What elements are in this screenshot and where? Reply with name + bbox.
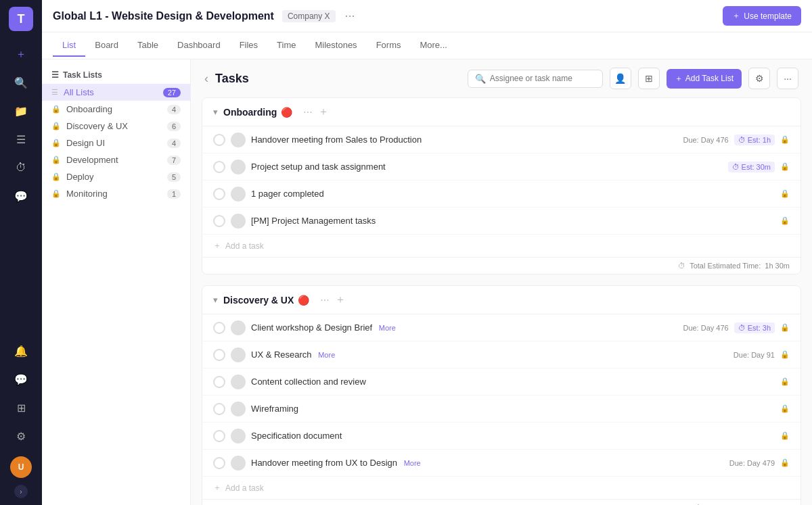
onboarding-options-btn[interactable]: ··· [303,106,312,118]
task-name[interactable]: Content collection and review [251,377,775,387]
add-task-icon: ＋ [213,240,221,251]
task-complete-circle[interactable] [213,430,225,442]
task-avatar [231,456,246,471]
tab-more[interactable]: More... [410,34,456,57]
more-tag[interactable]: More [404,459,421,467]
task-name[interactable]: 1 pager completed [251,189,775,199]
sidebar-icon-search[interactable]: 🔍 [9,70,33,95]
discovery-add-btn[interactable]: ＋ [335,293,346,307]
more-tag[interactable]: More [318,351,335,359]
task-complete-circle[interactable] [213,215,225,227]
sidebar-icon-notifications[interactable]: 🔔 [9,339,33,363]
tab-dashboard[interactable]: Dashboard [168,34,230,57]
task-est: ⏱ Est: 3h [734,322,775,333]
filter-btn[interactable]: ⚙ [748,68,770,89]
collapse-onboarding-btn[interactable]: ▾ [213,107,218,117]
back-button[interactable]: ‹ [204,72,208,86]
more-options-btn[interactable]: ··· [777,68,798,89]
sidebar-item-discovery[interactable]: 🔒 Discovery & UX 6 [42,118,190,135]
task-avatar [231,347,246,362]
task-lock-icon: 🔒 [780,431,790,440]
main-wrapper: Global L1 - Website Design & Development… [42,0,812,505]
tab-forms[interactable]: Forms [367,34,411,57]
collapse-discovery-btn[interactable]: ▾ [213,295,218,305]
task-avatar [231,133,246,147]
task-avatar [231,375,246,389]
sidebar-icon-files[interactable]: 📁 [9,99,33,123]
task-name[interactable]: UX & Research More [251,350,728,360]
tab-milestones[interactable]: Milestones [305,34,366,57]
task-name[interactable]: [PM] Project Management tasks [251,216,775,226]
task-name[interactable]: Specification document [251,431,775,441]
task-name[interactable]: Project setup and task assignment [251,162,723,172]
task-complete-circle[interactable] [213,376,225,388]
task-complete-circle[interactable] [213,161,225,173]
app-logo[interactable]: T [9,7,33,31]
sidebar-icon-timer[interactable]: ⏱ [9,155,33,180]
all-lists-icon: ☰ [51,88,58,97]
search-icon: 🔍 [475,74,486,84]
sidebar-item-deploy[interactable]: 🔒 Deploy 5 [42,168,190,185]
task-lock-icon: 🔒 [780,404,790,413]
add-task-list-label: Add Task List [685,74,734,83]
design-ui-count: 4 [167,139,181,148]
task-name[interactable]: Handover meeting from UX to Design More [251,458,724,468]
task-lock-icon: 🔒 [780,135,790,144]
task-name[interactable]: Handover meeting from Sales to Productio… [251,135,677,145]
task-complete-circle[interactable] [213,134,225,146]
sidebar-icon-lists[interactable]: ☰ [9,127,33,151]
user-avatar[interactable]: U [10,456,32,478]
tab-list[interactable]: List [53,34,85,57]
sidebar-item-onboarding[interactable]: 🔒 Onboarding 4 [42,101,190,118]
sidebar-item-label: Discovery & UX [66,121,128,131]
task-name[interactable]: Client workshop & Design Brief More [251,322,677,333]
nav-tabs: List Board Table Dashboard Files Time Mi… [42,32,812,59]
task-sidebar: ☰ Task Lists ☰ All Lists 27 🔒 Onboarding… [42,59,191,505]
search-input[interactable] [490,74,595,83]
task-lock-icon: 🔒 [780,323,790,332]
development-count: 7 [167,155,181,165]
plus-icon: ＋ [732,10,740,22]
add-task-row-discovery[interactable]: ＋ Add a task [202,477,800,499]
add-task-row-onboarding[interactable]: ＋ Add a task [202,235,800,257]
sidebar-item-monitoring[interactable]: 🔒 Monitoring 1 [42,185,190,202]
sidebar-icon-add[interactable]: ＋ [9,42,33,66]
tab-board[interactable]: Board [85,34,128,57]
more-tag[interactable]: More [379,324,396,332]
sidebar-item-design-ui[interactable]: 🔒 Design UI 4 [42,135,190,151]
task-complete-circle[interactable] [213,349,225,361]
view-options-btn[interactable]: ⊞ [638,68,660,89]
discovery-fire-icon: 🔴 [298,295,309,306]
discovery-options-btn[interactable]: ··· [320,294,329,306]
project-options-btn[interactable]: ··· [345,9,355,23]
company-badge[interactable]: Company X [282,10,336,22]
sidebar-icon-settings[interactable]: ⚙ [9,424,33,448]
task-complete-circle[interactable] [213,322,225,334]
use-template-button[interactable]: ＋ Use template [723,6,801,26]
task-complete-circle[interactable] [213,188,225,200]
task-row: UX & Research More Due: Day 91 🔒 [202,341,800,368]
onboarding-add-btn[interactable]: ＋ [318,105,329,119]
lock-icon-monitoring: 🔒 [51,189,61,198]
task-complete-circle[interactable] [213,403,225,415]
top-header: Global L1 - Website Design & Development… [42,0,812,32]
lock-icon-design-ui: 🔒 [51,139,61,147]
tab-table[interactable]: Table [128,34,168,57]
sidebar-icon-chat[interactable]: 💬 [9,184,33,208]
task-est: ⏱ Est: 30m [728,162,775,172]
sidebar-item-all-lists[interactable]: ☰ All Lists 27 [42,84,190,101]
sidebar-icon-messages[interactable]: 💬 [9,367,33,391]
task-lock-icon: 🔒 [780,350,790,359]
task-sidebar-header: ☰ Task Lists [42,66,190,84]
tab-time[interactable]: Time [267,34,305,57]
discovery-count: 6 [167,122,181,131]
sidebar-collapse-btn[interactable]: › [14,485,28,498]
person-filter-btn[interactable]: 👤 [610,68,631,89]
sidebar-item-label: Design UI [66,138,105,148]
sidebar-icon-grid[interactable]: ⊞ [9,395,33,420]
sidebar-item-development[interactable]: 🔒 Development 7 [42,151,190,168]
task-complete-circle[interactable] [213,457,225,469]
add-task-list-button[interactable]: ＋ Add Task List [667,69,742,89]
task-name[interactable]: Wireframing [251,404,775,414]
tab-files[interactable]: Files [230,34,267,57]
